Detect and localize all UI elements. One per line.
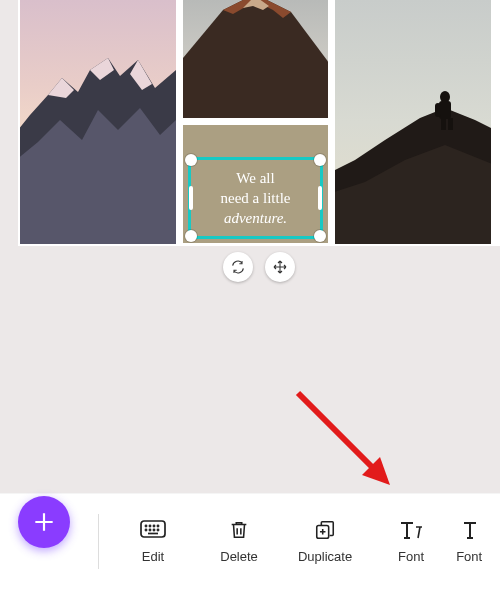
plus-icon <box>31 509 57 535</box>
fontsize-label: Font <box>456 549 482 564</box>
design-canvas[interactable]: We all need a little adventure. <box>18 0 500 246</box>
svg-point-18 <box>157 529 158 530</box>
add-button[interactable] <box>18 496 70 548</box>
delete-label: Delete <box>220 549 258 564</box>
collage-cell-volcano[interactable] <box>183 0 328 118</box>
svg-point-16 <box>149 529 150 530</box>
rotate-icon <box>230 259 246 275</box>
svg-point-14 <box>157 525 158 526</box>
trash-icon <box>228 519 250 541</box>
svg-point-13 <box>153 525 154 526</box>
duplicate-label: Duplicate <box>298 549 352 564</box>
resize-handle-bl[interactable] <box>185 230 197 242</box>
volcano-image <box>183 0 328 118</box>
edit-label: Edit <box>142 549 164 564</box>
selection-outline[interactable] <box>188 157 323 239</box>
delete-action[interactable]: Delete <box>196 519 282 564</box>
svg-rect-5 <box>435 103 441 117</box>
hiker-silhouette-image <box>335 0 491 244</box>
svg-rect-6 <box>441 118 446 130</box>
svg-line-8 <box>298 393 382 477</box>
font-action[interactable]: Font <box>368 519 454 564</box>
resize-handle-right[interactable] <box>318 186 322 210</box>
font-label: Font <box>398 549 424 564</box>
move-button[interactable] <box>265 252 295 282</box>
toolbar-divider <box>98 514 99 569</box>
svg-point-11 <box>145 525 146 526</box>
resize-handle-br[interactable] <box>314 230 326 242</box>
bottom-toolbar: Edit Delete Duplicate Font <box>0 493 500 589</box>
keyboard-icon <box>140 520 166 540</box>
fontsize-action[interactable]: Font <box>454 519 500 564</box>
collage-frame: We all need a little adventure. <box>18 0 500 246</box>
duplicate-icon <box>314 519 336 541</box>
svg-point-17 <box>153 529 154 530</box>
collage-cell-right[interactable] <box>335 0 491 244</box>
svg-marker-9 <box>362 457 390 485</box>
svg-point-12 <box>149 525 150 526</box>
svg-rect-7 <box>448 118 453 130</box>
font-icon <box>398 520 424 540</box>
rotate-button[interactable] <box>223 252 253 282</box>
resize-handle-tl[interactable] <box>185 154 197 166</box>
collage-cell-text[interactable]: We all need a little adventure. <box>183 125 328 243</box>
resize-handle-left[interactable] <box>189 186 193 210</box>
fontsize-icon <box>462 520 484 540</box>
mountain-peaks-image <box>20 0 176 244</box>
collage-cell-left[interactable] <box>20 0 176 244</box>
svg-point-15 <box>145 529 146 530</box>
duplicate-action[interactable]: Duplicate <box>282 519 368 564</box>
edit-action[interactable]: Edit <box>110 519 196 564</box>
annotation-arrow <box>290 385 410 505</box>
move-icon <box>272 259 288 275</box>
resize-handle-tr[interactable] <box>314 154 326 166</box>
